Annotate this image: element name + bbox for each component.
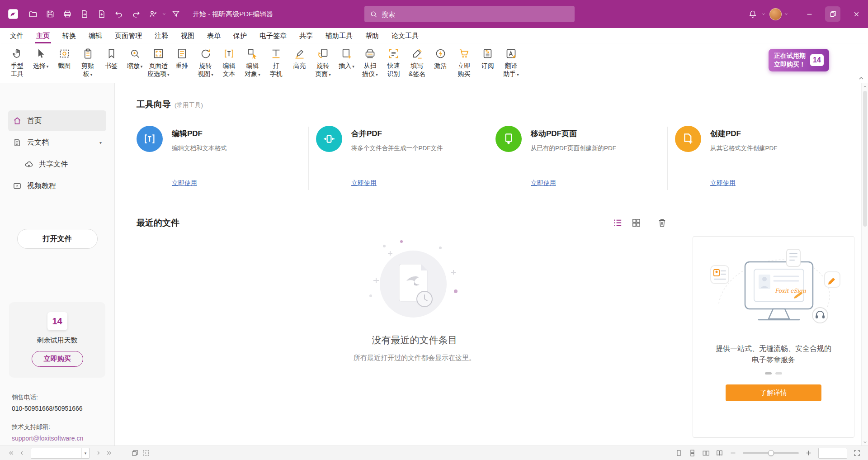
- quick-access-filter-icon[interactable]: [167, 6, 184, 22]
- menu-tab[interactable]: 页面管理: [108, 28, 148, 43]
- ribbon-tool[interactable]: 编辑 文本▾: [217, 47, 241, 79]
- ribbon-tool[interactable]: 书签▾: [99, 47, 123, 71]
- vertical-scrollbar[interactable]: [861, 83, 868, 446]
- ribbon-tool[interactable]: 激活▾: [429, 47, 453, 71]
- scrollbar-thumb[interactable]: [863, 91, 867, 227]
- continuous-view-icon[interactable]: [689, 449, 696, 457]
- menu-tab[interactable]: 编辑: [82, 28, 108, 43]
- facing-view-icon[interactable]: [702, 449, 710, 457]
- tool-card[interactable]: 编辑PDF 编辑文档和文本格式 立即使用: [137, 126, 316, 187]
- ribbon-tool[interactable]: 立即 购买▾: [453, 47, 476, 79]
- foxit-logo[interactable]: [5, 5, 22, 23]
- menu-tab[interactable]: 保护: [227, 28, 253, 43]
- tool-card[interactable]: 合并PDF 将多个文件合并生成一个PDF文件 立即使用: [316, 126, 495, 187]
- ribbon-tool[interactable]: 插入▾: [335, 47, 359, 71]
- ribbon-tool[interactable]: 高亮▾: [288, 47, 311, 71]
- page-number-input[interactable]: [31, 450, 81, 456]
- chevron-down-icon[interactable]: [162, 6, 167, 22]
- use-now-link[interactable]: 立即使用: [531, 179, 556, 187]
- single-page-view-icon[interactable]: [675, 449, 683, 457]
- zoom-level-input[interactable]: [819, 448, 847, 458]
- zoom-level-box[interactable]: [818, 448, 847, 459]
- open-file-icon[interactable]: [24, 6, 42, 22]
- chevron-down-icon[interactable]: [784, 6, 789, 22]
- tool-card[interactable]: 移动PDF页面 从已有的PDF页面创建新的PDF 立即使用: [495, 126, 675, 187]
- undo-icon[interactable]: [110, 6, 127, 22]
- esign-quick-icon[interactable]: [145, 6, 162, 22]
- sidebar-item[interactable]: 共享文件 ▾: [20, 154, 106, 175]
- use-now-link[interactable]: 立即使用: [710, 179, 736, 187]
- book-view-icon[interactable]: [716, 449, 723, 457]
- learn-more-button[interactable]: 了解详情: [726, 384, 821, 401]
- scroll-up-icon[interactable]: [863, 84, 868, 89]
- fullscreen-icon[interactable]: [853, 449, 861, 457]
- ribbon-tool[interactable]: 手型 工具▾: [5, 47, 29, 79]
- zoom-in-icon[interactable]: [805, 449, 812, 457]
- ribbon-tool[interactable]: 页面适 应选项▾: [146, 47, 170, 79]
- scroll-down-icon[interactable]: [863, 440, 868, 445]
- first-page-icon[interactable]: [7, 449, 15, 457]
- zoom-slider[interactable]: [743, 452, 799, 454]
- menu-tab[interactable]: 共享: [293, 28, 319, 43]
- save-icon[interactable]: [42, 6, 59, 22]
- buy-now-button[interactable]: 立即购买: [32, 351, 83, 367]
- export-pdf-icon[interactable]: [76, 6, 93, 22]
- redo-icon[interactable]: [127, 6, 145, 22]
- restore-window-button[interactable]: [821, 0, 844, 28]
- use-now-link[interactable]: 立即使用: [172, 179, 197, 187]
- sidebar-item[interactable]: 首页 ▾: [8, 110, 106, 131]
- ribbon-tool[interactable]: 截图▾: [52, 47, 76, 71]
- ribbon-tool[interactable]: 剪贴 板▾: [76, 47, 99, 79]
- clear-recent-icon[interactable]: [657, 218, 667, 228]
- tool-card[interactable]: 创建PDF 从其它格式文件创建PDF 立即使用: [675, 126, 854, 187]
- snapshot-icon[interactable]: [142, 449, 150, 457]
- chevron-down-icon[interactable]: ▾: [81, 448, 89, 458]
- chevron-down-icon[interactable]: [761, 6, 767, 22]
- menu-tab[interactable]: 辅助工具: [319, 28, 359, 43]
- list-view-icon[interactable]: [613, 218, 623, 228]
- grid-view-icon[interactable]: [631, 218, 642, 228]
- ribbon-tool[interactable]: 重排▾: [170, 47, 194, 71]
- zoom-out-icon[interactable]: [729, 449, 737, 457]
- chevron-down-icon[interactable]: ▾: [99, 140, 102, 145]
- menu-tab[interactable]: 电子签章: [253, 28, 293, 43]
- trial-buy-badge[interactable]: 正在试用期 立即购买！ 14: [769, 49, 829, 71]
- search-input[interactable]: [382, 10, 569, 18]
- print-icon[interactable]: [59, 6, 76, 22]
- menu-tab[interactable]: 论文工具: [385, 28, 425, 43]
- notifications-bell-icon[interactable]: [744, 6, 761, 22]
- sidebar-item[interactable]: 云文档 ▾: [8, 132, 106, 153]
- next-page-icon[interactable]: [94, 449, 102, 457]
- menu-tab[interactable]: 注释: [148, 28, 175, 43]
- ribbon-tool[interactable]: 选择▾: [29, 47, 52, 71]
- open-file-button[interactable]: 打开文件: [17, 229, 98, 249]
- menu-tab[interactable]: 主页: [30, 28, 56, 43]
- ribbon-tool[interactable]: 填写 &签名▾: [406, 47, 429, 79]
- ribbon-tool[interactable]: 缩放▾: [123, 47, 146, 71]
- ribbon-tool[interactable]: 打 字机▾: [264, 47, 288, 79]
- support-email-link[interactable]: support@foxitsoftware.cn: [12, 434, 114, 443]
- sidebar-item[interactable]: 视频教程 ▾: [8, 175, 106, 196]
- promo-dot[interactable]: [775, 372, 782, 375]
- menu-tab[interactable]: 视图: [175, 28, 201, 43]
- menu-tab[interactable]: 表单: [201, 28, 227, 43]
- menu-tab[interactable]: 转换: [56, 28, 82, 43]
- ribbon-tool[interactable]: 旋转 页面▾: [311, 47, 335, 79]
- create-doc-icon[interactable]: [93, 6, 110, 22]
- ribbon-tool[interactable]: 编辑 对象▾: [241, 47, 264, 79]
- previous-page-icon[interactable]: [18, 449, 26, 457]
- promo-dot[interactable]: [765, 372, 772, 375]
- copy-icon[interactable]: [131, 449, 139, 457]
- search-box[interactable]: [364, 6, 575, 22]
- menu-tab[interactable]: 帮助: [359, 28, 385, 43]
- minimize-button[interactable]: [797, 0, 821, 28]
- collapse-ribbon-icon[interactable]: [857, 75, 865, 82]
- zoom-slider-thumb[interactable]: [768, 450, 774, 456]
- ribbon-tool[interactable]: 旋转 视图▾: [194, 47, 217, 79]
- user-avatar[interactable]: [767, 6, 784, 22]
- page-number-box[interactable]: ▾: [31, 448, 90, 459]
- ribbon-tool[interactable]: 快速 识别▾: [382, 47, 406, 79]
- ribbon-tool[interactable]: 从扫 描仪▾: [359, 47, 382, 79]
- use-now-link[interactable]: 立即使用: [351, 179, 377, 187]
- close-button[interactable]: [844, 0, 868, 28]
